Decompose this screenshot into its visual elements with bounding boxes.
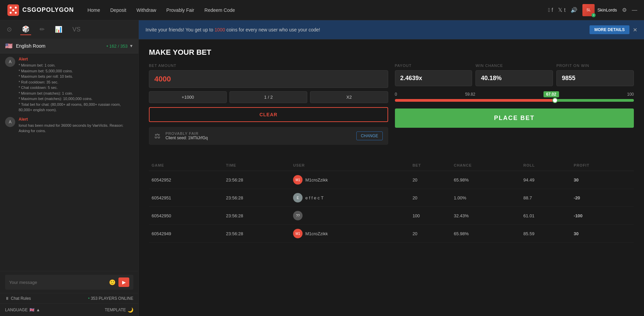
tab-chart-icon[interactable]: 📊 — [53, 24, 64, 35]
chevron-icon: ▲ — [36, 308, 40, 312]
table-row[interactable]: 60542949 23:56:28 M1 M1croZzikk 20 65.98… — [149, 225, 634, 243]
half-button[interactable]: 1 / 2 — [229, 91, 307, 103]
table-row[interactable]: 60542951 23:56:28 E e f f e c T 20 1.00%… — [149, 189, 634, 207]
settings-icon[interactable]: ⚙ — [622, 7, 627, 13]
tab-dice-icon[interactable]: 🎲 — [20, 24, 31, 35]
profit-input[interactable] — [556, 70, 634, 86]
template-area[interactable]: TEMPLATE 🌙 — [105, 307, 133, 313]
room-flag: 🇺🇸 — [5, 42, 13, 50]
history-section: GAME TIME USER BET CHANCE ROLL PROFIT 60… — [139, 160, 644, 249]
main-nav: Home Deposit Withdraw Provably Fair Rede… — [87, 6, 548, 15]
nav-provably-fair[interactable]: Provably Fair — [166, 6, 194, 15]
bet-left: BET AMOUNT +1000 1 / 2 X2 CLEAR ⚖ PROVAB… — [149, 64, 388, 145]
tab-vs-icon[interactable]: VS — [71, 24, 82, 35]
chat-avatar-2: A — [5, 117, 15, 127]
chat-rules[interactable]: ⏸ Chat Rules — [5, 296, 31, 301]
table-row[interactable]: 60542950 23:56:28 ?? 100 32.43% 61.01 -1… — [149, 207, 634, 225]
cell-roll-3: 85.59 — [521, 225, 571, 243]
minimize-icon[interactable]: — — [632, 7, 637, 13]
emoji-button[interactable]: 🙂 — [109, 279, 116, 286]
chat-input[interactable] — [9, 280, 106, 285]
win-chance-input[interactable] — [475, 70, 553, 86]
tab-roulette-icon[interactable]: ⊙ — [5, 24, 14, 35]
nav-home[interactable]: Home — [87, 6, 100, 15]
facebook-icon[interactable]:  f — [548, 7, 553, 13]
header-right:  f 𝕏 t 🔊 SL + SkinLords ⚙ — — [548, 4, 637, 16]
col-bet: BET — [410, 160, 451, 171]
nav-deposit[interactable]: Deposit — [110, 6, 126, 15]
cell-roll-0: 94.49 — [521, 171, 571, 189]
slider-numbers: 0 59.82 67.02 100 — [395, 91, 634, 97]
section-title: MAKE YOUR BET — [149, 48, 634, 57]
send-button[interactable]: ▶ — [118, 277, 129, 287]
svg-point-2 — [15, 6, 17, 8]
col-roll: ROLL — [521, 160, 571, 171]
table-row[interactable]: 60542952 23:56:28 M1 M1croZzikk 20 65.98… — [149, 171, 634, 189]
col-time: TIME — [223, 160, 290, 171]
cell-profit-3: 30 — [571, 225, 634, 243]
user-area[interactable]: SL + SkinLords — [582, 4, 617, 16]
col-chance: CHANCE — [451, 160, 521, 171]
cell-user-0: M1 M1croZzikk — [290, 171, 410, 189]
svg-point-1 — [10, 6, 12, 8]
chat-message-2: A Alert Ionut has been muted for 36000 s… — [5, 117, 133, 134]
slider-track[interactable] — [395, 99, 634, 102]
players-label: PLAYERS ONLINE — [99, 296, 133, 301]
tab-pen-icon[interactable]: ✏ — [38, 24, 46, 35]
sidebar-tabs: ⊙ 🎲 ✏ 📊 VS — [0, 20, 138, 39]
bet-amount-label: BET AMOUNT — [149, 64, 388, 68]
cell-game-1: 60542951 — [149, 189, 223, 207]
clear-button[interactable]: CLEAR — [149, 107, 388, 122]
slider-right-num: 100 — [627, 92, 634, 97]
slider-bubble: 67.02 — [543, 91, 559, 97]
chat-input-area: 🙂 ▶ — [0, 271, 138, 293]
nav-redeem-code[interactable]: Redeem Code — [204, 6, 235, 15]
history-body: 60542952 23:56:28 M1 M1croZzikk 20 65.98… — [149, 171, 634, 243]
win-chance-box: WIN CHANCE — [475, 64, 553, 86]
plus1000-button[interactable]: +1000 — [149, 91, 227, 103]
cell-game-0: 60542952 — [149, 171, 223, 189]
cell-profit-2: -100 — [571, 207, 634, 225]
cell-bet-3: 20 — [410, 225, 451, 243]
cell-roll-2: 61.01 — [521, 207, 571, 225]
slider-thumb[interactable] — [552, 98, 558, 103]
profit-label: PROFIT ON WIN — [556, 64, 634, 68]
client-seed: Client seed: 1MTiiJrfGq — [165, 136, 351, 140]
x2-button[interactable]: X2 — [310, 91, 388, 103]
svg-point-5 — [15, 11, 17, 14]
volume-icon[interactable]: 🔊 — [571, 7, 577, 13]
cell-profit-0: 30 — [571, 171, 634, 189]
chat-area: A Alert * Minimum bet: 1 coin. * Maximum… — [0, 53, 138, 271]
banner: Invite your friends! You get up to 1000 … — [139, 20, 644, 40]
banner-text-before: Invite your friends! You get up to — [146, 27, 215, 32]
cell-roll-1: 88.7 — [521, 189, 571, 207]
language-area[interactable]: LANGUAGE 🇬🇧 ▲ — [5, 308, 40, 312]
change-button[interactable]: CHANGE — [356, 131, 382, 140]
username: SkinLords — [597, 7, 617, 13]
bet-buttons: +1000 1 / 2 X2 — [149, 91, 388, 103]
logo-area[interactable]: CSGOPOLYGON — [7, 4, 74, 17]
chat-message-1: A Alert * Minimum bet: 1 coin. * Maximum… — [5, 57, 133, 113]
twitter-icon[interactable]: 𝕏 t — [558, 7, 565, 13]
banner-close-icon[interactable]: ✕ — [633, 27, 637, 33]
col-user: USER — [290, 160, 410, 171]
cell-bet-2: 100 — [410, 207, 451, 225]
online-dot: • — [88, 296, 90, 301]
user-thumb-0: M1 — [293, 175, 303, 185]
slider-value-left: 59.82 — [465, 92, 475, 97]
more-details-button[interactable]: MORE DETAILS — [590, 25, 629, 34]
provably-fair-row: ⚖ PROVABLY FAIR Client seed: 1MTiiJrfGq … — [149, 127, 388, 145]
place-bet-button[interactable]: PLACE BET — [395, 108, 634, 128]
betting-area: MAKE YOUR BET BET AMOUNT +1000 1 / 2 X2 … — [139, 40, 644, 160]
payout-input[interactable] — [395, 70, 472, 86]
slider-red-zone — [395, 99, 555, 102]
bet-amount-input[interactable] — [149, 70, 388, 88]
cell-user-2: ?? — [290, 207, 410, 225]
nav-withdraw[interactable]: Withdraw — [136, 6, 156, 15]
bet-right: PAYOUT WIN CHANCE PROFIT ON WIN — [395, 64, 634, 145]
cell-time-3: 23:56:28 — [223, 225, 290, 243]
cell-bet-0: 20 — [410, 171, 451, 189]
banner-right: MORE DETAILS ✕ — [590, 25, 637, 34]
payout-box: PAYOUT — [395, 64, 472, 86]
room-selector[interactable]: 🇺🇸 English Room • 162 / 353 ▼ — [0, 39, 138, 53]
